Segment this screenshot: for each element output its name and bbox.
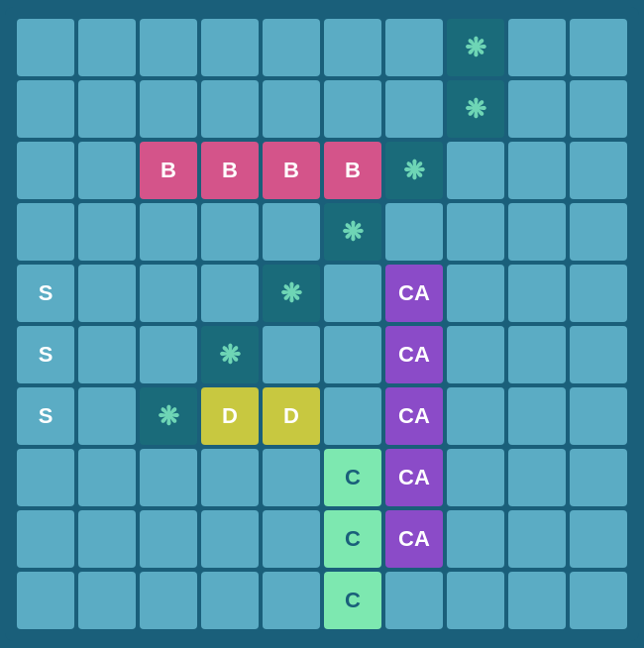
cell-r6-c5[interactable] — [263, 326, 320, 383]
cell-r8-c1[interactable] — [17, 449, 74, 506]
cell-r7-c1[interactable]: S — [17, 387, 74, 445]
cell-r1-c1[interactable] — [17, 19, 74, 76]
cell-r4-c5[interactable] — [263, 203, 320, 261]
cell-r9-c1[interactable] — [17, 510, 74, 568]
cell-r8-c5[interactable] — [263, 449, 320, 506]
cell-r1-c5[interactable] — [263, 19, 320, 76]
cell-r6-c9[interactable] — [508, 326, 566, 383]
cell-r5-c8[interactable] — [447, 265, 504, 322]
cell-r8-c8[interactable] — [447, 449, 504, 506]
cell-r4-c4[interactable] — [201, 203, 259, 261]
cell-r6-c1[interactable]: S — [17, 326, 74, 383]
cell-r8-c2[interactable] — [78, 449, 136, 506]
cell-r9-c7[interactable]: CA — [385, 510, 443, 568]
cell-r3-c9[interactable] — [508, 142, 566, 199]
cell-r9-c6[interactable]: C — [324, 510, 381, 568]
cell-r3-c5[interactable]: B — [263, 142, 320, 199]
cell-r3-c10[interactable] — [570, 142, 627, 199]
cell-r2-c6[interactable] — [324, 80, 381, 138]
cell-r6-c7[interactable]: CA — [385, 326, 443, 383]
cell-r2-c5[interactable] — [263, 80, 320, 138]
cell-r10-c5[interactable] — [263, 572, 320, 629]
cell-r6-c8[interactable] — [447, 326, 504, 383]
cell-r8-c9[interactable] — [508, 449, 566, 506]
cell-r3-c8[interactable] — [447, 142, 504, 199]
cell-r8-c6[interactable]: C — [324, 449, 381, 506]
cell-r3-c4[interactable]: B — [201, 142, 259, 199]
cell-r5-c4[interactable] — [201, 265, 259, 322]
cell-r1-c3[interactable] — [140, 19, 197, 76]
cell-r10-c8[interactable] — [447, 572, 504, 629]
cell-r5-c3[interactable] — [140, 265, 197, 322]
cell-r6-c3[interactable] — [140, 326, 197, 383]
cell-r7-c8[interactable] — [447, 387, 504, 445]
cell-r10-c2[interactable] — [78, 572, 136, 629]
cell-r5-c2[interactable] — [78, 265, 136, 322]
cell-r9-c8[interactable] — [447, 510, 504, 568]
cell-r4-c9[interactable] — [508, 203, 566, 261]
cell-r2-c1[interactable] — [17, 80, 74, 138]
cell-r5-c6[interactable] — [324, 265, 381, 322]
cell-r2-c10[interactable] — [570, 80, 627, 138]
cell-r5-c10[interactable] — [570, 265, 627, 322]
cell-r4-c8[interactable] — [447, 203, 504, 261]
cell-r4-c3[interactable] — [140, 203, 197, 261]
cell-r4-c6[interactable]: ❋ — [324, 203, 381, 261]
cell-r5-c7[interactable]: CA — [385, 265, 443, 322]
cell-r9-c2[interactable] — [78, 510, 136, 568]
cell-r9-c9[interactable] — [508, 510, 566, 568]
cell-r2-c9[interactable] — [508, 80, 566, 138]
cell-r6-c10[interactable] — [570, 326, 627, 383]
cell-r9-c10[interactable] — [570, 510, 627, 568]
cell-r6-c2[interactable] — [78, 326, 136, 383]
cell-r4-c10[interactable] — [570, 203, 627, 261]
cell-r10-c3[interactable] — [140, 572, 197, 629]
cell-r3-c7[interactable]: ❋ — [385, 142, 443, 199]
cell-r4-c1[interactable] — [17, 203, 74, 261]
cell-r1-c6[interactable] — [324, 19, 381, 76]
cell-r10-c6[interactable]: C — [324, 572, 381, 629]
cell-r10-c10[interactable] — [570, 572, 627, 629]
cell-r5-c5[interactable]: ❋ — [263, 265, 320, 322]
cell-r2-c8[interactable]: ❋ — [447, 80, 504, 138]
cell-r1-c4[interactable] — [201, 19, 259, 76]
cell-r2-c4[interactable] — [201, 80, 259, 138]
cell-r10-c9[interactable] — [508, 572, 566, 629]
cell-r8-c7[interactable]: CA — [385, 449, 443, 506]
cell-r2-c3[interactable] — [140, 80, 197, 138]
cell-r1-c8[interactable]: ❋ — [447, 19, 504, 76]
cell-r1-c9[interactable] — [508, 19, 566, 76]
cell-r7-c3[interactable]: ❋ — [140, 387, 197, 445]
cell-r9-c3[interactable] — [140, 510, 197, 568]
cell-r7-c9[interactable] — [508, 387, 566, 445]
cell-r1-c7[interactable] — [385, 19, 443, 76]
cell-r7-c6[interactable] — [324, 387, 381, 445]
cell-r4-c2[interactable] — [78, 203, 136, 261]
cell-r6-c4[interactable]: ❋ — [201, 326, 259, 383]
cell-r3-c6[interactable]: B — [324, 142, 381, 199]
cell-r7-c10[interactable] — [570, 387, 627, 445]
cell-r8-c4[interactable] — [201, 449, 259, 506]
cell-r3-c1[interactable] — [17, 142, 74, 199]
cell-r1-c10[interactable] — [570, 19, 627, 76]
cell-r8-c3[interactable] — [140, 449, 197, 506]
cell-r10-c4[interactable] — [201, 572, 259, 629]
cell-r7-c2[interactable] — [78, 387, 136, 445]
cell-r10-c7[interactable] — [385, 572, 443, 629]
cell-r7-c7[interactable]: CA — [385, 387, 443, 445]
cell-r8-c10[interactable] — [570, 449, 627, 506]
cell-r1-c2[interactable] — [78, 19, 136, 76]
cell-r4-c7[interactable] — [385, 203, 443, 261]
cell-r3-c3[interactable]: B — [140, 142, 197, 199]
cell-r9-c5[interactable] — [263, 510, 320, 568]
cell-r2-c2[interactable] — [78, 80, 136, 138]
cell-r5-c1[interactable]: S — [17, 265, 74, 322]
cell-r3-c2[interactable] — [78, 142, 136, 199]
cell-r2-c7[interactable] — [385, 80, 443, 138]
cell-r9-c4[interactable] — [201, 510, 259, 568]
cell-r5-c9[interactable] — [508, 265, 566, 322]
cell-r7-c5[interactable]: D — [263, 387, 320, 445]
cell-r10-c1[interactable] — [17, 572, 74, 629]
cell-r6-c6[interactable] — [324, 326, 381, 383]
cell-r7-c4[interactable]: D — [201, 387, 259, 445]
